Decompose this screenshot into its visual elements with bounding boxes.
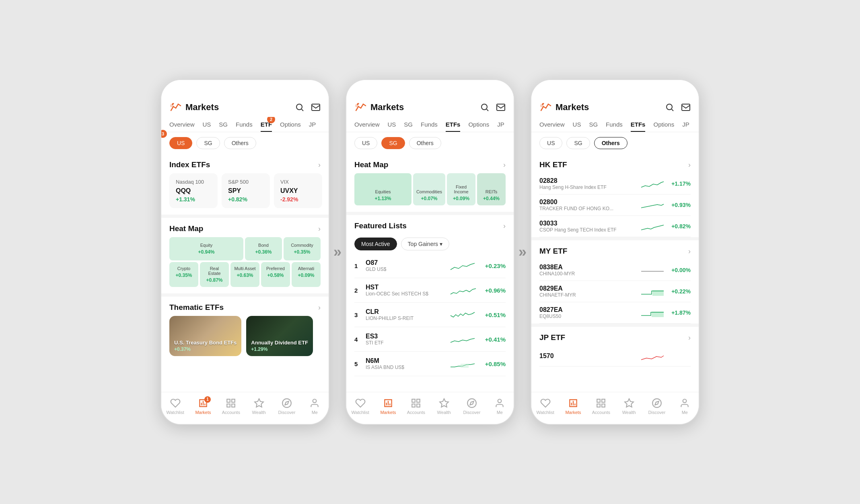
tab-us-2[interactable]: US	[388, 119, 396, 132]
tab-overview-1[interactable]: Overview	[169, 119, 195, 132]
subtab-others-1[interactable]: Others	[224, 137, 256, 149]
hm-commodity[interactable]: Commodity +0.35%	[284, 237, 321, 260]
nav-discover-3[interactable]: Discover	[645, 398, 669, 415]
nav-wealth-2[interactable]: Wealth	[432, 398, 456, 415]
etf-row-0827ea[interactable]: 0827EA EQ8US50 +1.87%	[539, 302, 691, 324]
nav-me-3[interactable]: Me	[673, 398, 697, 415]
stock-row-o87[interactable]: 1 O87 GLD US$ +0.23%	[354, 254, 506, 278]
thematic-card-dividend[interactable]: Annually Dividend ETF +1.29%	[246, 316, 313, 356]
thematic-cards-list: U.S. Treasury Bond ETFs +0.37% Annually …	[161, 316, 329, 363]
tab-funds-1[interactable]: Funds	[236, 119, 253, 132]
subtab-others-3[interactable]: Others	[594, 137, 628, 149]
stock-info-es3: ES3 STI ETF	[366, 333, 444, 346]
tab-us-3[interactable]: US	[573, 119, 581, 132]
stock-row-n6m[interactable]: 5 N6M IS ASIA BND US$ +0.85%	[354, 352, 506, 376]
hm2-fixed[interactable]: Fixed Income +0.09%	[447, 173, 475, 205]
hm-multiasset[interactable]: Multi Asset +0.63%	[230, 262, 259, 287]
hm-bond[interactable]: Bond +0.36%	[245, 237, 282, 260]
hm-equity[interactable]: Equity +0.94%	[169, 237, 243, 260]
etf-card-spy[interactable]: S&P 500 SPY +0.82%	[222, 173, 270, 208]
thematic-chevron[interactable]: ›	[318, 303, 321, 312]
thematic-card-treasury[interactable]: U.S. Treasury Bond ETFs +0.37%	[169, 316, 241, 356]
mail-icon-2[interactable]	[496, 102, 506, 112]
mail-icon-3[interactable]	[681, 102, 691, 112]
featured-chevron-2[interactable]: ›	[503, 222, 506, 230]
stock-row-hst[interactable]: 2 HST Lion-OCBC Sec HSTECH S$ +0.96%	[354, 278, 506, 303]
nav-accounts-1[interactable]: Accounts	[219, 398, 243, 415]
tab-funds-3[interactable]: Funds	[606, 119, 623, 132]
svg-rect-4	[232, 399, 235, 402]
tab-options-3[interactable]: Options	[653, 119, 674, 132]
nav-me-2[interactable]: Me	[488, 398, 512, 415]
heat-map-chevron-1[interactable]: ›	[318, 225, 321, 233]
heat-map-chevron-2[interactable]: ›	[503, 161, 506, 169]
search-icon-3[interactable]	[665, 102, 675, 112]
subtab-us-1[interactable]: US	[169, 137, 192, 149]
tab-etfs-2[interactable]: ETFs	[446, 119, 461, 132]
hm2-reits[interactable]: REITs +0.44%	[477, 173, 506, 205]
nav-accounts-2[interactable]: Accounts	[404, 398, 428, 415]
hm-commodity-label: Commodity	[288, 243, 317, 248]
hm-crypto[interactable]: Crypto +0.35%	[169, 262, 198, 287]
jp-etf-chevron[interactable]: ›	[688, 334, 691, 342]
tab-overview-2[interactable]: Overview	[354, 119, 380, 132]
nav-wealth-1[interactable]: Wealth	[247, 398, 271, 415]
tab-sg-1[interactable]: SG	[219, 119, 228, 132]
subtab-sg-1[interactable]: SG	[196, 137, 220, 149]
nav-wealth-3[interactable]: Wealth	[617, 398, 641, 415]
etf-card-uvxy[interactable]: VIX UVXY -2.92%	[274, 173, 322, 208]
nav-watchlist-3[interactable]: Watchlist	[533, 398, 558, 415]
index-etfs-chevron[interactable]: ›	[318, 161, 321, 169]
filter-top-gainers[interactable]: Top Gainers ▾	[401, 238, 449, 250]
tab-options-2[interactable]: Options	[468, 119, 489, 132]
search-icon-2[interactable]	[480, 102, 490, 112]
nav-markets-2[interactable]: Markets	[376, 398, 400, 415]
nav-accounts-3[interactable]: Accounts	[589, 398, 613, 415]
tab-jp-3[interactable]: JP	[682, 119, 689, 132]
etf-row-0829ea[interactable]: 0829EA CHINAETF-MYR +0.22%	[539, 281, 691, 302]
nav-discover-2[interactable]: Discover	[460, 398, 484, 415]
tab-jp-1[interactable]: JP	[309, 119, 316, 132]
etf-row-02828[interactable]: 02828 Hang Seng H-Share Index ETF +1.17%	[539, 173, 691, 195]
tab-sg-3[interactable]: SG	[589, 119, 598, 132]
hm-preferred[interactable]: Preferred +0.58%	[261, 262, 290, 287]
subtab-us-2[interactable]: US	[354, 137, 377, 149]
nav-markets-3[interactable]: Markets	[561, 398, 585, 415]
subtab-sg-3[interactable]: SG	[566, 137, 590, 149]
etf-row-02800[interactable]: 02800 TRACKER FUND OF HONG KO... +0.93%	[539, 195, 691, 216]
etf-code-0838ea: 0838EA	[539, 264, 636, 271]
mail-icon-1[interactable]	[311, 102, 321, 112]
nav-markets-1[interactable]: 1 Markets	[191, 398, 215, 415]
etf-row-03033[interactable]: 03033 CSOP Hang Seng TECH Index ETF +0.8…	[539, 216, 691, 237]
hm-alternati[interactable]: Alternati +0.09%	[292, 262, 321, 287]
subtab-sg-2[interactable]: SG	[381, 137, 405, 149]
etf-row-0838ea[interactable]: 0838EA CHINA100-MYR +0.00%	[539, 260, 691, 281]
tab-etfs-3[interactable]: ETFs	[631, 119, 646, 132]
hm2-commodities[interactable]: Commodities +0.07%	[413, 173, 445, 205]
etf-row-1570[interactable]: 1570	[539, 346, 691, 367]
thematic-change-treasury: +0.37%	[174, 346, 237, 352]
my-etf-chevron[interactable]: ›	[688, 247, 691, 256]
tab-sg-2[interactable]: SG	[404, 119, 413, 132]
search-icon-1[interactable]	[295, 102, 304, 112]
nav-watchlist-1[interactable]: Watchlist	[163, 398, 187, 415]
tab-us-1[interactable]: US	[202, 119, 211, 132]
tab-options-1[interactable]: Options	[280, 119, 301, 132]
hk-etf-chevron[interactable]: ›	[688, 161, 691, 169]
nav-discover-1[interactable]: Discover	[275, 398, 299, 415]
subtab-us-3[interactable]: US	[539, 137, 562, 149]
etf-card-qqq[interactable]: Nasdaq 100 QQQ +1.31%	[169, 173, 218, 208]
filter-most-active[interactable]: Most Active	[354, 238, 397, 250]
nav-watchlist-2[interactable]: Watchlist	[348, 398, 372, 415]
stock-row-clr[interactable]: 3 CLR LION-PHILLIP S-REIT +0.51%	[354, 303, 506, 327]
nav-me-1[interactable]: Me	[302, 398, 327, 415]
tab-funds-2[interactable]: Funds	[421, 119, 438, 132]
heat-map-title-1: Heat Map	[169, 224, 203, 233]
hm2-equities[interactable]: Equities +1.13%	[354, 173, 411, 205]
hm-realestate[interactable]: Real Estate +0.87%	[200, 262, 229, 287]
stock-row-es3[interactable]: 4 ES3 STI ETF +0.41%	[354, 327, 506, 352]
nav-markets-label-2: Markets	[380, 410, 396, 415]
tab-jp-2[interactable]: JP	[497, 119, 504, 132]
subtab-others-2[interactable]: Others	[409, 137, 441, 149]
tab-overview-3[interactable]: Overview	[539, 119, 565, 132]
